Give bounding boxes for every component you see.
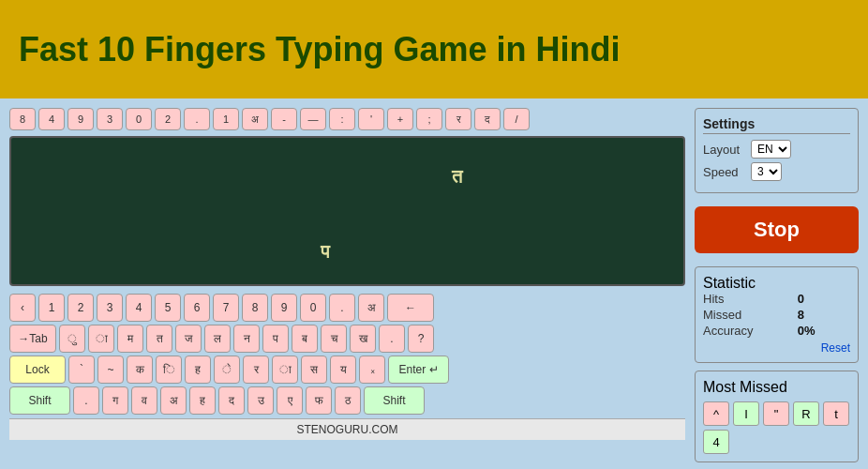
lock-key[interactable]: Lock	[9, 356, 66, 384]
kb-key[interactable]: व	[131, 386, 157, 415]
top-key[interactable]: '	[358, 108, 384, 130]
top-key[interactable]: .	[184, 108, 210, 130]
top-keys-row: 849302.1अ-—:'+;रद/	[9, 108, 685, 130]
kb-key[interactable]: त	[146, 325, 172, 353]
kb-key[interactable]: े	[214, 356, 240, 384]
kb-key[interactable]: अ	[358, 294, 384, 322]
kb-key[interactable]: ~	[97, 356, 124, 384]
kb-key[interactable]: अ	[160, 386, 187, 415]
kb-key[interactable]: ?	[408, 325, 434, 353]
speed-label: Speed	[703, 165, 745, 179]
kb-key[interactable]: 9	[271, 294, 297, 322]
top-key[interactable]: 8	[9, 108, 36, 130]
kb-key[interactable]: ग	[102, 386, 128, 415]
kb-key[interactable]: ा	[272, 356, 298, 384]
layout-select[interactable]: ENHI	[751, 140, 791, 159]
hits-value: 0	[798, 292, 850, 306]
kb-key[interactable]: .	[379, 325, 405, 353]
kb-key[interactable]: ब	[292, 325, 318, 353]
falling-char: त	[452, 166, 462, 188]
kb-key[interactable]: ा	[88, 325, 114, 353]
kb-key[interactable]: `	[68, 356, 95, 384]
kb-row-4: Shift.गवअहदउएफठShift	[9, 386, 685, 415]
top-key[interactable]: 1	[213, 108, 239, 130]
top-key[interactable]: —	[300, 108, 326, 130]
kb-key[interactable]: ₓ	[359, 356, 385, 384]
kb-key[interactable]: म	[117, 325, 143, 353]
kb-key[interactable]: स	[301, 356, 327, 384]
missed-char-btn[interactable]: R	[793, 401, 819, 426]
missed-char-btn[interactable]: t	[823, 401, 849, 426]
kb-key[interactable]: उ	[247, 386, 274, 415]
kb-key[interactable]: प	[262, 325, 289, 353]
statistic-box: Statistic Hits 0 Missed 8 Accuracy 0% Re…	[695, 266, 859, 363]
settings-box: Settings Layout ENHI Speed 12345	[695, 108, 859, 193]
kb-key[interactable]: Shift	[364, 386, 425, 415]
kb-key[interactable]: 8	[242, 294, 268, 322]
kb-key[interactable]: →Tab	[9, 325, 56, 353]
most-missed-title: Most Missed	[703, 379, 850, 396]
kb-key[interactable]: य	[330, 356, 356, 384]
kb-key[interactable]: ह	[185, 356, 211, 384]
kb-key[interactable]: न	[233, 325, 260, 353]
kb-key[interactable]: ज	[175, 325, 202, 353]
kb-key[interactable]: 6	[184, 294, 210, 322]
top-key[interactable]: ;	[416, 108, 442, 130]
top-key[interactable]: 4	[38, 108, 65, 130]
top-key[interactable]: अ	[242, 108, 268, 130]
top-key[interactable]: :	[329, 108, 355, 130]
top-key[interactable]: र	[445, 108, 471, 130]
kb-key[interactable]: 7	[213, 294, 239, 322]
missed-char-btn[interactable]: 4	[703, 430, 729, 454]
typing-area: तप	[9, 136, 685, 286]
kb-key[interactable]: .	[329, 294, 355, 322]
main-area: 849302.1अ-—:'+;रद/ तप ‹1234567890.अ← →Ta…	[0, 98, 868, 469]
footer-bar: STENOGURU.COM	[9, 418, 685, 440]
missed-char-btn[interactable]: I	[733, 401, 759, 426]
left-panel: 849302.1अ-—:'+;रद/ तप ‹1234567890.अ← →Ta…	[9, 108, 685, 462]
top-key[interactable]: 2	[155, 108, 181, 130]
layout-row: Layout ENHI	[703, 140, 850, 159]
kb-key[interactable]: ठ	[335, 386, 361, 415]
speed-select[interactable]: 12345	[751, 162, 782, 181]
missed-char-btn[interactable]: "	[763, 401, 789, 426]
kb-key[interactable]: ल	[204, 325, 231, 353]
kb-key[interactable]: 0	[300, 294, 326, 322]
header: Fast 10 Fingers Typing Game in Hindi	[0, 0, 868, 98]
kb-key[interactable]: 4	[126, 294, 152, 322]
kb-key[interactable]: Enter ↵	[388, 356, 449, 384]
kb-key[interactable]: 5	[155, 294, 181, 322]
kb-key[interactable]: 3	[97, 294, 123, 322]
kb-key[interactable]: Shift	[9, 386, 70, 415]
kb-key[interactable]: ‹	[9, 294, 36, 322]
kb-key[interactable]: 1	[38, 294, 65, 322]
kb-key[interactable]: फ	[306, 386, 332, 415]
kb-key[interactable]: क	[127, 356, 153, 384]
kb-key[interactable]: ←	[387, 294, 434, 322]
missed-char-btn[interactable]: ^	[703, 401, 729, 426]
reset-button[interactable]: Reset	[703, 341, 850, 355]
keyboard: ‹1234567890.अ← →Tabुामतजलनपबचख.? Lock `~…	[9, 294, 685, 415]
most-missed-box: Most Missed ^I"Rt4	[695, 371, 859, 462]
stop-button[interactable]: Stop	[695, 206, 859, 253]
kb-key[interactable]: 2	[67, 294, 94, 322]
kb-key[interactable]: ए	[277, 386, 303, 415]
footer-text: STENOGURU.COM	[297, 423, 398, 436]
kb-key[interactable]: .	[73, 386, 99, 415]
top-key[interactable]: +	[387, 108, 413, 130]
kb-key[interactable]: ि	[156, 356, 182, 384]
top-key[interactable]: 9	[67, 108, 94, 130]
kb-key[interactable]: ख	[350, 325, 376, 353]
stat-grid: Hits 0 Missed 8 Accuracy 0%	[703, 292, 850, 338]
kb-key[interactable]: ु	[59, 325, 85, 353]
top-key[interactable]: -	[271, 108, 297, 130]
falling-char: प	[321, 241, 330, 263]
kb-key[interactable]: द	[218, 386, 245, 415]
kb-key[interactable]: ह	[189, 386, 216, 415]
top-key[interactable]: द	[474, 108, 501, 130]
top-key[interactable]: 3	[97, 108, 123, 130]
kb-key[interactable]: र	[243, 356, 269, 384]
top-key[interactable]: /	[503, 108, 530, 130]
top-key[interactable]: 0	[126, 108, 152, 130]
kb-key[interactable]: च	[321, 325, 347, 353]
